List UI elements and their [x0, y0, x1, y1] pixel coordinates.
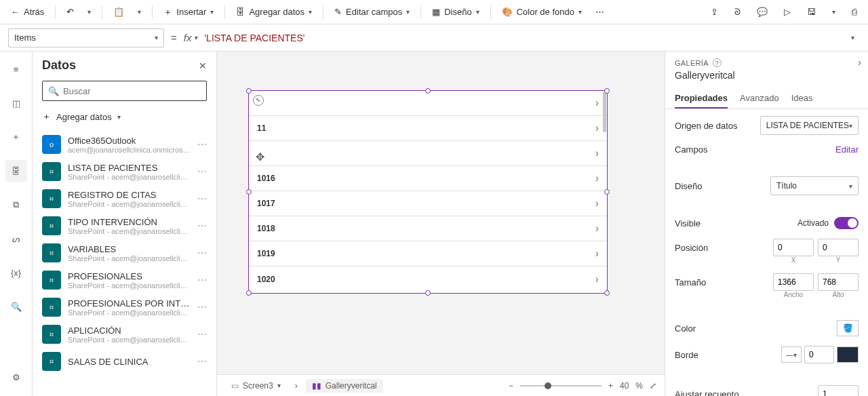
gallery-row[interactable]: 1019›	[249, 241, 607, 266]
zoom-slider[interactable]	[520, 385, 601, 387]
help-icon[interactable]: ?	[713, 58, 722, 67]
paste-button[interactable]: 📋	[108, 4, 130, 20]
search-input-wrap[interactable]: 🔍	[42, 81, 207, 101]
add-data-link[interactable]: ＋ Agregar datos ▾	[42, 108, 207, 125]
rail-media[interactable]: ⧉	[5, 194, 27, 216]
rail-tree[interactable]: ≡	[5, 58, 27, 80]
search-input[interactable]	[63, 86, 201, 96]
chevron-right-icon[interactable]: ›	[595, 122, 599, 134]
formula-expand[interactable]: ▾	[846, 31, 860, 44]
gallery-row[interactable]: ›	[249, 91, 607, 116]
resize-handle[interactable]	[604, 88, 610, 94]
size-w-input[interactable]	[773, 273, 814, 291]
layout-select[interactable]: Título ▾	[770, 176, 859, 195]
save-button[interactable]: 🖫	[802, 4, 821, 20]
back-button[interactable]: ← Atrás	[5, 4, 50, 20]
edit-pencil-icon[interactable]: ✎	[253, 95, 264, 106]
chevron-right-icon[interactable]: ›	[858, 57, 861, 68]
chevron-right-icon[interactable]: ›	[595, 172, 599, 184]
rail-flows[interactable]: ᔕ	[5, 228, 27, 250]
position-y-input[interactable]	[818, 239, 859, 256]
fit-button[interactable]: ⤢	[650, 381, 656, 391]
zoom-thumb[interactable]	[545, 382, 551, 389]
breadcrumb-screen[interactable]: ▭ Screen3 ▾	[225, 379, 287, 393]
tab-advanced[interactable]: Avanzado	[740, 89, 779, 108]
chevron-right-icon[interactable]: ›	[595, 197, 599, 210]
more-icon[interactable]: ⋯	[197, 193, 207, 204]
fx-button[interactable]: fx ▾	[184, 32, 198, 43]
datasource-item[interactable]: ⌗PROFESIONALESSharePoint - acem@joanaros…	[33, 266, 216, 294]
datasource-item[interactable]: ⌗PROFESIONALES POR INTERVE...SharePoint …	[33, 294, 216, 321]
rail-search[interactable]: 🔍	[5, 296, 27, 317]
paste-dropdown[interactable]: ▾	[132, 5, 146, 18]
more-icon[interactable]: ⋯	[197, 220, 207, 231]
more-icon[interactable]: ⋯	[197, 302, 207, 313]
canvas[interactable]: ✎ ✥ ›11››1016›1017›1018›1019›1020› ▭ Scr…	[217, 52, 665, 396]
rail-variables[interactable]: {x}	[5, 262, 27, 283]
more-icon[interactable]: ⋯	[197, 248, 207, 258]
gallery-control[interactable]: ✎ ✥ ›11››1016›1017›1018›1019›1020›	[248, 90, 608, 294]
chevron-right-icon[interactable]: ›	[595, 147, 599, 159]
resize-handle[interactable]	[246, 88, 252, 94]
add-data-button[interactable]: 🗄 Agregar datos ▾	[231, 4, 317, 20]
size-h-input[interactable]	[818, 273, 859, 291]
chevron-right-icon[interactable]: ›	[595, 97, 599, 109]
resize-handle[interactable]	[604, 189, 610, 195]
datasource-item[interactable]: oOffice365Outlookacem@joanarosellclinica…	[33, 131, 216, 158]
undo-button[interactable]: ↶	[61, 4, 79, 20]
wrap-input[interactable]	[818, 385, 859, 396]
rail-insert[interactable]: ◫	[5, 92, 27, 114]
gallery-row[interactable]: 1017›	[249, 191, 607, 216]
resize-handle[interactable]	[425, 290, 431, 296]
layout-button[interactable]: ▦ Diseño ▾	[427, 4, 484, 20]
edit-fields-button[interactable]: ✎ Editar campos ▾	[329, 4, 415, 20]
more-icon[interactable]: ⋯	[197, 275, 207, 285]
scrollbar-thumb[interactable]	[603, 92, 606, 132]
datasource-item[interactable]: ⌗REGISTRO DE CITASSharePoint - acem@joan…	[33, 185, 216, 212]
overflow-button[interactable]: ⋯	[590, 4, 610, 20]
share-button[interactable]: ⇪	[705, 4, 724, 20]
gallery-row[interactable]: ›	[249, 141, 607, 166]
insert-button[interactable]: ＋ Insertar ▾	[158, 3, 219, 21]
border-color-picker[interactable]	[837, 346, 859, 363]
visible-toggle[interactable]	[834, 217, 859, 229]
tab-properties[interactable]: Propiedades	[675, 89, 728, 108]
publish-button[interactable]: ⎙	[846, 4, 863, 20]
rail-add[interactable]: ＋	[5, 126, 27, 148]
zoom-in-button[interactable]: +	[608, 381, 613, 391]
more-icon[interactable]: ⋯	[197, 329, 207, 340]
save-dropdown[interactable]: ▾	[827, 5, 841, 18]
comments-button[interactable]: 💬	[751, 4, 773, 20]
datasource-item[interactable]: ⌗LISTA DE PACIENTESSharePoint - acem@joa…	[33, 158, 216, 185]
gallery-row[interactable]: 1016›	[249, 166, 607, 191]
border-width-input[interactable]	[804, 346, 834, 363]
gallery-row[interactable]: 1018›	[249, 216, 607, 241]
resize-handle[interactable]	[604, 290, 610, 296]
property-select[interactable]: Items ▾	[8, 28, 164, 47]
datasource-item[interactable]: ⌗SALAS DE CLINICA⋯	[33, 348, 216, 375]
chevron-right-icon[interactable]: ›	[595, 248, 599, 260]
chevron-right-icon[interactable]: ›	[595, 222, 599, 235]
close-icon[interactable]: ✕	[199, 60, 207, 71]
gallery-row[interactable]: 11›	[249, 116, 607, 141]
datasource-item[interactable]: ⌗APLICACIÓNSharePoint - acem@joanarosell…	[33, 321, 216, 348]
color-picker[interactable]: 🪣	[837, 320, 859, 336]
formula-input[interactable]: 'LISTA DE PACIENTES'	[204, 33, 839, 43]
datasource-item[interactable]: ⌗TIPO INTERVENCIÓNSharePoint - acem@joan…	[33, 212, 216, 239]
rail-settings[interactable]: ⚙	[5, 366, 27, 388]
bg-color-button[interactable]: 🎨 Color de fondo ▾	[496, 4, 587, 20]
resize-handle[interactable]	[246, 290, 252, 296]
position-x-input[interactable]	[773, 239, 814, 256]
border-style-select[interactable]: — ▾	[781, 346, 802, 363]
undo-dropdown[interactable]: ▾	[82, 5, 96, 18]
breadcrumb-control[interactable]: ▮▮ Galleryveritcal	[306, 379, 383, 393]
fields-edit-link[interactable]: Editar	[835, 144, 859, 155]
zoom-out-button[interactable]: −	[509, 381, 513, 391]
tab-ideas[interactable]: Ideas	[791, 89, 813, 108]
checker-button[interactable]: ᘐ	[729, 4, 746, 20]
gallery-row[interactable]: 1020›	[249, 266, 607, 292]
datasource-select[interactable]: LISTA DE PACIENTES ▾	[760, 116, 859, 135]
more-icon[interactable]: ⋯	[197, 356, 207, 367]
resize-handle[interactable]	[246, 189, 252, 195]
more-icon[interactable]: ⋯	[197, 166, 207, 177]
